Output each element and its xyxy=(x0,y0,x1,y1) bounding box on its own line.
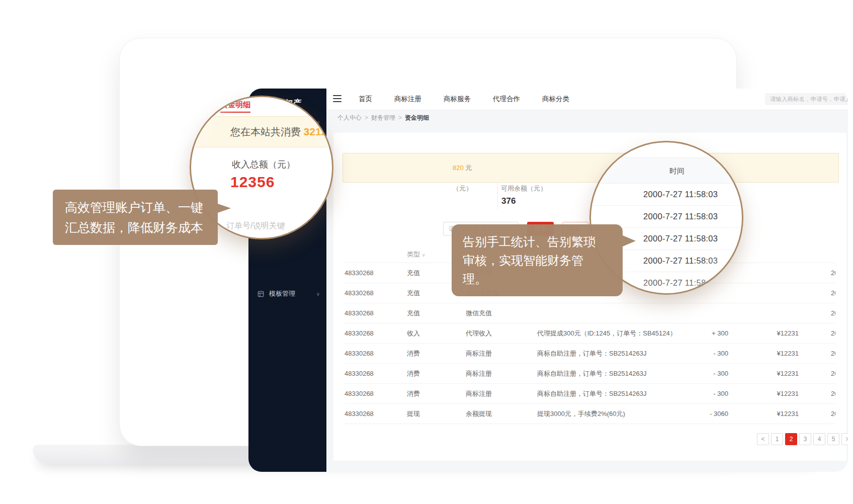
consumption-amount: 820 xyxy=(453,164,464,172)
sort-icon[interactable]: ∨ xyxy=(422,253,425,258)
hamburger-menu-icon[interactable] xyxy=(333,95,342,102)
cell-amount: - 3060 xyxy=(678,410,728,417)
cell-balance: ¥12231 xyxy=(728,350,799,357)
lens-keyword-header: 订单号/说明关键 xyxy=(226,221,285,231)
cell-order-no: 48330268 xyxy=(345,390,407,397)
cell-type: 充值 xyxy=(407,309,466,318)
cell-time: 2000-7-27 11:58:03 xyxy=(799,370,835,377)
lens-banner-band: 您在本站共消费 32124 xyxy=(190,116,333,147)
template-icon xyxy=(257,290,265,298)
lens-income-label: 收入总额（元） xyxy=(232,158,295,171)
lens-time-row: 2000-7-27 11:58:03 xyxy=(591,184,742,206)
sidebar-item-template[interactable]: 模板管理 ∨ xyxy=(248,286,326,301)
page: F 头牌知产 ·· ·· ·· ·· 账户管理 ∨ xyxy=(0,0,853,504)
cell-project: 微信充值 xyxy=(466,309,537,318)
cell-time: 2000-7-27 11:58:03 xyxy=(799,350,835,357)
cell-description: 商标自助注册，订单号：SB2514263J xyxy=(537,349,678,358)
cell-order-no: 48330268 xyxy=(345,410,407,417)
cell-order-no: 48330268 xyxy=(345,370,407,377)
table-row: 48330268 充值 微信充值 2000-7-27 11:58:03 xyxy=(345,303,835,323)
breadcrumb-item[interactable]: 财务管理 xyxy=(371,114,395,121)
table-row: 48330268 收入 代理收入 代理提成300元（ID:1245，订单号：SB… xyxy=(345,323,835,343)
top-nav-tab[interactable]: 商标注册 xyxy=(394,95,421,104)
cell-order-no: 48330268 xyxy=(345,269,407,277)
breadcrumb-item[interactable]: 个人中心 xyxy=(337,114,362,121)
pagination-page-button[interactable]: 5 xyxy=(827,433,839,445)
pagination-page-button[interactable]: 3 xyxy=(799,433,811,445)
pagination-page-button[interactable]: 1 xyxy=(771,433,783,445)
pagination-page-button[interactable]: 4 xyxy=(813,433,825,445)
cell-balance: ¥12231 xyxy=(728,390,799,397)
cell-project: 商标注册 xyxy=(466,389,537,398)
pagination-page-button[interactable]: 2 xyxy=(785,433,797,445)
cell-time: 2000-7-27 11:58:03 xyxy=(799,390,835,397)
trademark-search-input[interactable] xyxy=(765,93,848,105)
consumption-banner: 820 元 xyxy=(343,153,839,183)
cell-type: 提现 xyxy=(407,409,466,418)
breadcrumb-separator: > xyxy=(398,114,402,121)
sidebar-item-label: 模板管理 xyxy=(269,289,295,298)
lens-banner-text: 您在本站共消费 32124 xyxy=(230,125,333,139)
top-nav-tab[interactable]: 商标服务 xyxy=(444,95,471,104)
cell-type: 消费 xyxy=(407,369,466,378)
cell-description: 提现3000元，手续费2%(60元) xyxy=(537,409,678,418)
cell-type: 消费 xyxy=(407,349,466,358)
chevron-down-icon: ∨ xyxy=(316,291,320,297)
cell-description: 商标自助注册，订单号：SB2514263J xyxy=(537,369,678,378)
top-nav-tab[interactable]: 首页 xyxy=(359,95,372,104)
table-row: 48330268 消费 商标注册 商标自助注册，订单号：SB2514263J -… xyxy=(345,383,835,403)
cell-order-no: 48330268 xyxy=(345,329,407,337)
consumption-unit: 元 xyxy=(465,164,472,172)
top-nav-tab[interactable]: 商标分类 xyxy=(542,95,569,104)
cell-project: 余额提现 xyxy=(466,409,537,418)
top-nav-tab[interactable]: 代理合作 xyxy=(493,95,520,104)
pagination: < 1 2 3 4 5 > xyxy=(757,433,848,445)
cell-description: 代理提成300元（ID:1245，订单号：SB45124） xyxy=(537,329,678,338)
callout-left: 高效管理账户订单、一键 汇总数据，降低财务成本 xyxy=(53,190,218,245)
funds-detail-card: 820 元 （元） 可用余额（元） 376 搜索 xyxy=(333,133,846,461)
lens-time-header: 时间 xyxy=(591,157,742,184)
table-row: 48330268 消费 商标注册 商标自助注册，订单号：SB2514263J -… xyxy=(345,343,835,363)
cell-amount: - 300 xyxy=(678,370,728,377)
cell-project: 代理收入 xyxy=(466,329,537,338)
callout-line: 告别手工统计、告别繁琐 xyxy=(463,232,612,251)
cell-amount: + 300 xyxy=(678,329,728,337)
top-nav: 首页 商标注册 商标服务 代理合作 商标分类 xyxy=(359,89,569,110)
cell-balance: ¥12231 xyxy=(728,410,799,417)
cell-project: 商标注册 xyxy=(466,369,537,378)
callout-line: 高效管理账户订单、一键 xyxy=(65,197,206,217)
table-row: 48330268 消费 商标注册 商标自助注册，订单号：SB2514263J -… xyxy=(345,363,835,383)
consumption-banner-text: 820 元 xyxy=(453,163,472,173)
lens-income-value: 12356 xyxy=(230,174,275,191)
cell-order-no: 48330268 xyxy=(345,289,407,297)
cell-time: 2000-7-27 11:58:03 xyxy=(799,269,835,277)
cell-description: 商标自助注册，订单号：SB2514263J xyxy=(537,389,678,398)
stat-divider xyxy=(497,182,498,209)
stat-balance-value: 376 xyxy=(501,196,516,206)
cell-time: 2000-7-27 11:58:03 xyxy=(799,289,835,297)
cell-balance: ¥12231 xyxy=(728,370,799,377)
breadcrumb-separator: > xyxy=(365,114,368,121)
breadcrumb-item-current: 资金明细 xyxy=(405,114,429,121)
callout-line: 审核，实现智能财务管 xyxy=(463,251,612,270)
callout-line: 汇总数据，降低财务成本 xyxy=(65,217,206,237)
pagination-next-button[interactable]: > xyxy=(841,433,848,445)
cell-balance: ¥12231 xyxy=(728,329,799,337)
callout-right: 告别手工统计、告别繁琐 审核，实现智能财务管 理。 xyxy=(452,224,623,296)
cell-amount: - 300 xyxy=(678,350,728,357)
cell-time: 2000-7-27 11:58:03 xyxy=(799,410,835,417)
cell-time: 2000-7-27 11:58:03 xyxy=(799,309,835,317)
pagination-prev-button[interactable]: < xyxy=(757,433,769,445)
table-row: 48330268 提现 余额提现 提现3000元，手续费2%(60元) - 30… xyxy=(345,403,835,424)
stat-expense-label: （元） xyxy=(453,184,472,193)
cell-order-no: 48330268 xyxy=(345,309,407,317)
cell-type: 消费 xyxy=(407,389,466,398)
callout-line: 理。 xyxy=(463,270,612,288)
cell-type: 收入 xyxy=(407,329,466,338)
stat-balance-label: 可用余额（元） xyxy=(501,184,547,193)
cell-time: 2000-7-27 11:58:03 xyxy=(799,329,835,337)
cell-order-no: 48330268 xyxy=(345,350,407,357)
breadcrumb: 个人中心>财务管理>资金明细 xyxy=(337,114,429,122)
cell-amount: - 300 xyxy=(678,390,728,397)
topbar: 首页 商标注册 商标服务 代理合作 商标分类 xyxy=(326,89,848,110)
